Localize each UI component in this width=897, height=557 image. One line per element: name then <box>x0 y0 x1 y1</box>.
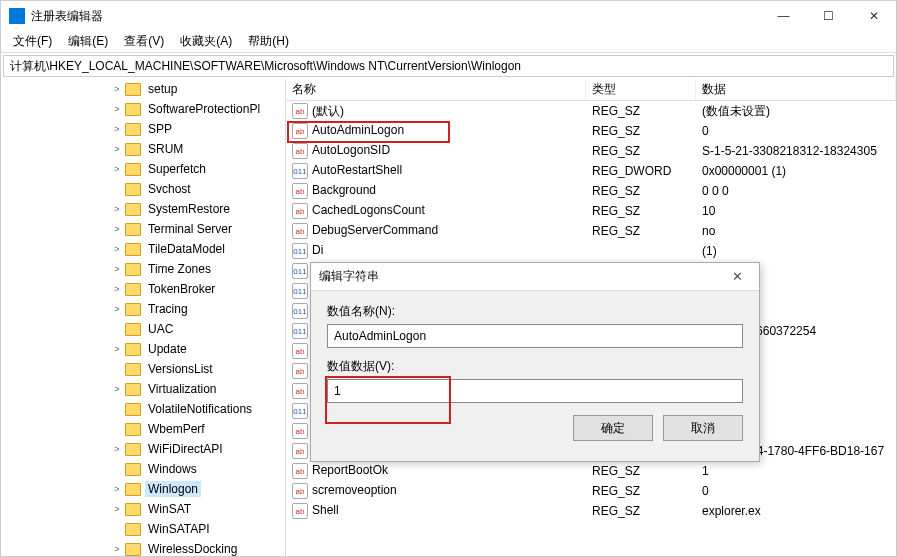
value-row[interactable]: abBackgroundREG_SZ0 0 0 <box>286 181 896 201</box>
expander-icon[interactable]: > <box>111 384 123 394</box>
folder-icon <box>125 503 141 516</box>
expander-icon[interactable]: > <box>111 244 123 254</box>
tree-item[interactable]: >SRUM <box>1 139 285 159</box>
cancel-button[interactable]: 取消 <box>663 415 743 441</box>
expander-icon[interactable]: > <box>111 304 123 314</box>
tree-label: WbemPerf <box>145 421 208 437</box>
tree-label: Svchost <box>145 181 194 197</box>
string-icon: ab <box>292 343 308 359</box>
tree-item[interactable]: WbemPerf <box>1 419 285 439</box>
menu-edit[interactable]: 编辑(E) <box>60 31 116 52</box>
tree-item[interactable]: >Terminal Server <box>1 219 285 239</box>
expander-icon[interactable]: > <box>111 124 123 134</box>
tree-item[interactable]: >setup <box>1 79 285 99</box>
tree-item[interactable]: >TileDataModel <box>1 239 285 259</box>
close-button[interactable]: ✕ <box>851 1 896 31</box>
value-row[interactable]: abCachedLogonsCountREG_SZ10 <box>286 201 896 221</box>
tree-item[interactable]: >Update <box>1 339 285 359</box>
tree-label: Update <box>145 341 190 357</box>
tree-label: TileDataModel <box>145 241 228 257</box>
tree-item[interactable]: WinSATAPI <box>1 519 285 539</box>
value-name-input[interactable] <box>327 324 743 348</box>
tree-label: WiFiDirectAPI <box>145 441 226 457</box>
folder-icon <box>125 423 141 436</box>
expander-icon[interactable]: > <box>111 544 123 554</box>
tree-item[interactable]: >Winlogon <box>1 479 285 499</box>
expander-icon[interactable]: > <box>111 164 123 174</box>
value-data-input[interactable] <box>327 379 743 403</box>
folder-icon <box>125 203 141 216</box>
tree-item[interactable]: >SoftwareProtectionPl <box>1 99 285 119</box>
value-row[interactable]: abscremoveoptionREG_SZ0 <box>286 481 896 501</box>
folder-icon <box>125 263 141 276</box>
tree-item[interactable]: Svchost <box>1 179 285 199</box>
expander-icon[interactable]: > <box>111 504 123 514</box>
string-icon: ab <box>292 363 308 379</box>
menu-favorites[interactable]: 收藏夹(A) <box>172 31 240 52</box>
tree-label: VolatileNotifications <box>145 401 255 417</box>
registry-tree[interactable]: >setup>SoftwareProtectionPl>SPP>SRUM>Sup… <box>1 79 286 556</box>
tree-item[interactable]: >WinSAT <box>1 499 285 519</box>
col-type[interactable]: 类型 <box>586 79 696 100</box>
tree-item[interactable]: >WiFiDirectAPI <box>1 439 285 459</box>
string-icon: ab <box>292 503 308 519</box>
tree-item[interactable]: UAC <box>1 319 285 339</box>
tree-label: Time Zones <box>145 261 214 277</box>
minimize-button[interactable]: — <box>761 1 806 31</box>
tree-item[interactable]: >Time Zones <box>1 259 285 279</box>
value-row[interactable]: 011Di(1) <box>286 241 896 261</box>
value-row[interactable]: ab(默认)REG_SZ(数值未设置) <box>286 101 896 121</box>
value-row[interactable]: abAutoAdminLogonREG_SZ0 <box>286 121 896 141</box>
tree-item[interactable]: >SPP <box>1 119 285 139</box>
folder-icon <box>125 543 141 556</box>
value-name: scremoveoption <box>312 483 397 497</box>
value-row[interactable]: 011AutoRestartShellREG_DWORD0x00000001 (… <box>286 161 896 181</box>
tree-item[interactable]: VersionsList <box>1 359 285 379</box>
tree-item[interactable]: >SystemRestore <box>1 199 285 219</box>
menu-file[interactable]: 文件(F) <box>5 31 60 52</box>
tree-label: SystemRestore <box>145 201 233 217</box>
tree-item[interactable]: VolatileNotifications <box>1 399 285 419</box>
maximize-button[interactable]: ☐ <box>806 1 851 31</box>
string-icon: ab <box>292 223 308 239</box>
binary-icon: 011 <box>292 243 308 259</box>
expander-icon[interactable]: > <box>111 444 123 454</box>
tree-item[interactable]: >Superfetch <box>1 159 285 179</box>
expander-icon[interactable]: > <box>111 344 123 354</box>
ok-button[interactable]: 确定 <box>573 415 653 441</box>
folder-icon <box>125 363 141 376</box>
binary-icon: 011 <box>292 403 308 419</box>
expander-icon[interactable]: > <box>111 484 123 494</box>
expander-icon[interactable]: > <box>111 224 123 234</box>
expander-icon[interactable]: > <box>111 284 123 294</box>
value-row[interactable]: abAutoLogonSIDREG_SZS-1-5-21-3308218312-… <box>286 141 896 161</box>
tree-item[interactable]: >Tracing <box>1 299 285 319</box>
value-type: REG_SZ <box>586 123 696 139</box>
expander-icon[interactable]: > <box>111 144 123 154</box>
string-icon: ab <box>292 423 308 439</box>
expander-icon[interactable]: > <box>111 104 123 114</box>
menu-help[interactable]: 帮助(H) <box>240 31 297 52</box>
tree-item[interactable]: >WirelessDocking <box>1 539 285 556</box>
value-type: REG_DWORD <box>586 163 696 179</box>
value-row[interactable]: abShellREG_SZexplorer.ex <box>286 501 896 521</box>
list-header: 名称 类型 数据 <box>286 79 896 101</box>
value-row[interactable]: abReportBootOkREG_SZ1 <box>286 461 896 481</box>
value-row[interactable]: abDebugServerCommandREG_SZno <box>286 221 896 241</box>
address-bar[interactable]: 计算机\HKEY_LOCAL_MACHINE\SOFTWARE\Microsof… <box>3 55 894 77</box>
folder-icon <box>125 523 141 536</box>
value-type: REG_SZ <box>586 503 696 519</box>
edit-string-dialog: 编辑字符串 ✕ 数值名称(N): 数值数据(V): 确定 取消 <box>310 262 760 462</box>
tree-item[interactable]: >TokenBroker <box>1 279 285 299</box>
expander-icon[interactable]: > <box>111 84 123 94</box>
tree-item[interactable]: >Virtualization <box>1 379 285 399</box>
expander-icon[interactable]: > <box>111 204 123 214</box>
menu-view[interactable]: 查看(V) <box>116 31 172 52</box>
string-icon: ab <box>292 463 308 479</box>
dialog-close-button[interactable]: ✕ <box>723 269 751 284</box>
tree-item[interactable]: Windows <box>1 459 285 479</box>
expander-icon[interactable]: > <box>111 264 123 274</box>
value-name: CachedLogonsCount <box>312 203 425 217</box>
col-name[interactable]: 名称 <box>286 79 586 100</box>
col-data[interactable]: 数据 <box>696 79 896 100</box>
